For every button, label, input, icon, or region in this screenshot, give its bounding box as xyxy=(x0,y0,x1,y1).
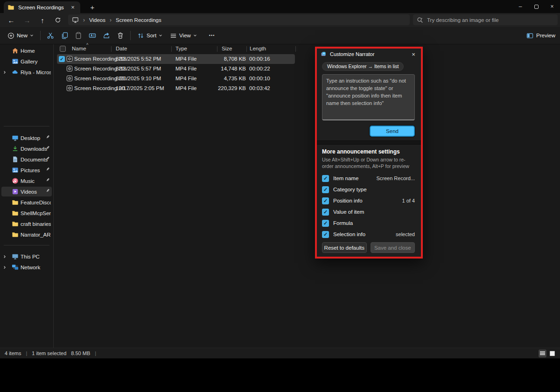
reset-to-defaults-button[interactable]: Reset to defaults xyxy=(322,242,367,253)
file-length: 00:00:22 xyxy=(249,66,270,71)
maximize-button[interactable] xyxy=(528,0,544,13)
sidebar-item-this-pc[interactable]: This PC xyxy=(1,252,52,261)
copy-button[interactable] xyxy=(57,29,71,42)
file-size: 8,708 KB xyxy=(194,56,246,62)
paste-button[interactable] xyxy=(71,29,85,42)
more-options-icon[interactable]: ••• xyxy=(209,33,215,38)
sidebar-item-folder[interactable]: Narrator_ARM_281 xyxy=(1,230,52,239)
breadcrumb-screen-recordings[interactable]: Screen Recordings xyxy=(116,17,161,23)
column-divider[interactable] xyxy=(111,46,112,52)
row-checkbox-checked[interactable]: ✓ xyxy=(59,56,65,62)
up-button[interactable]: ↑ xyxy=(37,15,48,25)
column-header-size[interactable]: Size xyxy=(222,46,232,51)
file-size: 4,735 KB xyxy=(194,76,246,81)
sidebar-item-folder[interactable]: ShellMcpServers xyxy=(1,208,52,218)
chevron-right-icon[interactable] xyxy=(3,266,7,269)
sidebar-item-home[interactable]: Home xyxy=(1,46,52,56)
sidebar-item-gallery[interactable]: Gallery xyxy=(1,56,52,66)
column-header-length[interactable]: Length xyxy=(250,46,266,51)
sidebar-item-pictures[interactable]: Pictures xyxy=(1,165,52,175)
file-length: 00:00:16 xyxy=(249,56,270,62)
new-button-label: New xyxy=(17,33,28,38)
rename-button[interactable] xyxy=(85,29,99,42)
desktop-icon xyxy=(12,134,19,141)
item-count: 4 items xyxy=(5,350,21,356)
share-button[interactable] xyxy=(99,29,113,42)
column-divider[interactable] xyxy=(246,46,247,52)
sort-button[interactable]: Sort xyxy=(133,29,166,42)
new-tab-button[interactable]: + xyxy=(88,2,97,12)
folder-icon xyxy=(12,210,19,217)
back-button[interactable]: ← xyxy=(6,15,17,25)
checkbox-checked[interactable]: ✓ xyxy=(322,220,329,227)
column-header-date[interactable]: Date xyxy=(116,46,127,51)
breadcrumb-separator-icon: › xyxy=(83,17,85,23)
list-header: Name ^ Date Type Size Length xyxy=(54,44,306,54)
send-button[interactable]: Send xyxy=(370,126,415,137)
thumbnail-view-icon xyxy=(550,351,555,356)
option-position-info: ✓ Position info 1 of 4 xyxy=(322,195,415,206)
sidebar-item-onedrive[interactable]: Riya - Microsoft xyxy=(1,67,52,77)
sidebar-item-network[interactable]: Network xyxy=(1,262,52,272)
details-view-button[interactable] xyxy=(539,350,546,357)
sidebar-item-label: Narrator_ARM_281 xyxy=(21,232,51,238)
videos-icon xyxy=(12,188,19,195)
tab-screen-recordings[interactable]: Screen Recordings × xyxy=(4,1,80,13)
file-row[interactable]: Screen Recording 20... 8/20/2025 9:10 PM… xyxy=(54,74,306,84)
checkbox-checked[interactable]: ✓ xyxy=(322,175,329,182)
select-all-checkbox[interactable] xyxy=(60,46,66,52)
preview-button[interactable]: Preview xyxy=(526,32,555,39)
breadcrumb-videos[interactable]: Videos xyxy=(89,17,105,23)
close-window-button[interactable]: × xyxy=(544,0,560,13)
view-button[interactable]: View xyxy=(166,29,201,42)
announcement-settings-section: More announcement settings Use Alt+Shift… xyxy=(317,145,421,253)
delete-button[interactable] xyxy=(113,29,127,42)
dialog-close-icon[interactable]: × xyxy=(410,51,417,58)
settings-hint: Use Alt+Shift+Up or Down arrow to re-ord… xyxy=(322,156,415,169)
chevron-right-icon[interactable] xyxy=(3,70,7,74)
sidebar-item-folder[interactable]: FeatureDiscoverabil xyxy=(1,197,52,207)
view-lines-icon xyxy=(170,32,177,39)
sidebar-item-label: This PC xyxy=(21,254,51,259)
checkbox-checked[interactable]: ✓ xyxy=(322,197,329,204)
checkbox-checked[interactable]: ✓ xyxy=(322,231,329,238)
sidebar-item-folder[interactable]: craft binaries xyxy=(1,219,52,229)
column-divider[interactable] xyxy=(217,46,217,52)
sidebar-item-documents[interactable]: Documents xyxy=(1,154,52,164)
dialog-title: Customize Narrator xyxy=(330,51,410,57)
file-row[interactable]: Screen Recording 20... 10/17/2025 2:05 P… xyxy=(54,84,306,93)
sidebar-item-music[interactable]: Music xyxy=(1,176,52,186)
chevron-right-icon[interactable] xyxy=(3,255,7,259)
thumbnail-view-button[interactable] xyxy=(548,350,556,357)
option-formula: ✓ Formula xyxy=(322,217,415,229)
selection-summary: 1 item selected xyxy=(32,350,66,356)
new-button[interactable]: New xyxy=(4,29,37,42)
file-size: 14,748 KB xyxy=(194,66,246,71)
search-input[interactable] xyxy=(427,17,554,23)
breadcrumb-separator-icon: › xyxy=(110,17,112,23)
minimize-button[interactable]: – xyxy=(512,0,528,13)
instruction-input[interactable] xyxy=(322,74,415,120)
file-row[interactable]: ✓ Screen Recording 20... 8/18/2025 5:52 … xyxy=(54,54,306,64)
checkbox-checked[interactable]: ✓ xyxy=(322,209,329,216)
checkbox-checked[interactable]: ✓ xyxy=(322,186,329,193)
forward-button[interactable]: → xyxy=(21,15,33,25)
column-divider[interactable] xyxy=(295,46,296,52)
sidebar-item-desktop[interactable]: Desktop xyxy=(1,133,52,143)
sidebar-item-downloads[interactable]: Downloads xyxy=(1,144,52,154)
option-value: selected xyxy=(396,231,415,237)
refresh-button[interactable] xyxy=(52,15,63,25)
tab-close-icon[interactable]: × xyxy=(69,4,77,11)
column-divider[interactable] xyxy=(171,46,172,52)
status-divider: | xyxy=(95,350,96,356)
view-toggles xyxy=(539,350,556,357)
save-and-close-button[interactable]: Save and close xyxy=(371,242,415,253)
file-row[interactable]: Screen Recording 20... 8/18/2025 5:57 PM… xyxy=(54,64,306,74)
this-pc-icon[interactable] xyxy=(72,16,79,23)
sidebar-item-videos[interactable]: Videos xyxy=(1,187,52,196)
cut-button[interactable] xyxy=(43,29,57,42)
column-header-type[interactable]: Type xyxy=(175,46,187,51)
pictures-icon xyxy=(12,167,19,174)
column-header-name[interactable]: Name xyxy=(72,46,86,51)
document-icon xyxy=(12,156,19,163)
